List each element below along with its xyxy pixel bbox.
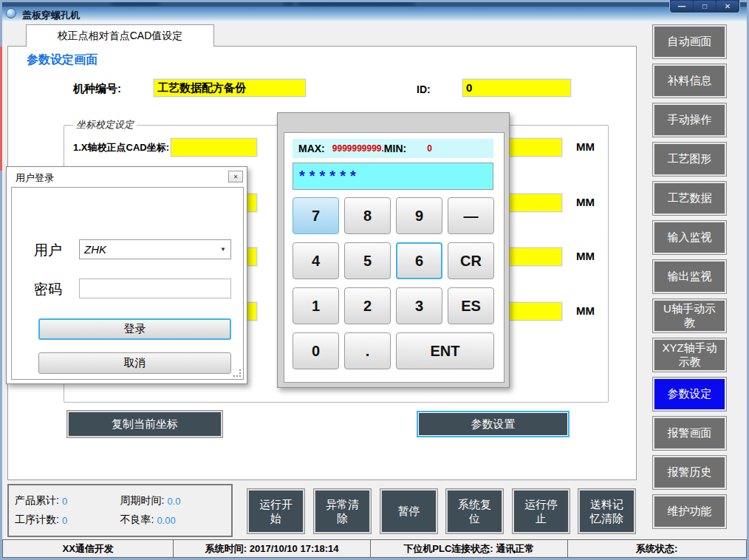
status-system-time: 系统时间: 2017/10/10 17:18:14	[174, 540, 371, 557]
status-plc-link: 下位机PLC连接状态: 通讯正常	[371, 540, 568, 557]
id-label: ID:	[417, 83, 431, 95]
stat-cycle-time: 周期时间: 0.0	[120, 494, 226, 508]
production-stats-panel: 产品累计: 0 周期时间: 0.0 工序计数: 0 不良率: 0.00	[7, 484, 233, 537]
param-set-button[interactable]: 参数设置	[417, 411, 570, 437]
login-dialog: 用户登录 ✕ 用户 ZHK ▼ 密码 登录 取消	[6, 166, 247, 384]
app-icon	[6, 8, 16, 18]
chevron-down-icon[interactable]: ▼	[220, 246, 226, 253]
password-field[interactable]	[79, 279, 231, 298]
key-2[interactable]: 2	[344, 287, 391, 324]
feed-memory-clear-button[interactable]: 送料记忆清除	[578, 489, 635, 533]
sidebar-item-maintenance[interactable]: 维护功能	[653, 495, 726, 528]
run-stop-button[interactable]: 运行停止	[513, 489, 570, 533]
user-combobox-value: ZHK	[84, 243, 106, 256]
sidebar-item-manual-op[interactable]: 手动操作	[653, 103, 726, 137]
user-label: 用户	[34, 241, 62, 260]
close-button[interactable]: ✕	[716, 1, 739, 12]
key-4[interactable]: 4	[293, 242, 339, 279]
page-title: 参数设定画面	[27, 52, 98, 68]
keypad-panel: MAX: 9999999999. MIN: 0 ****** 7 8 9 — 4…	[284, 132, 505, 383]
clear-error-button[interactable]: 异常清除	[314, 489, 371, 533]
unit-label: MM	[576, 196, 595, 208]
max-label: MAX:	[298, 143, 325, 154]
key-3[interactable]: 3	[396, 287, 442, 324]
sidebar-item-xyz-axis-teach[interactable]: XYZ轴手动示教	[653, 338, 726, 372]
key-9[interactable]: 9	[396, 197, 442, 234]
sidebar-item-output-monitor[interactable]: 输出监视	[653, 260, 726, 293]
x-axis-cad-label: 1.X轴校正点CAD坐标:	[73, 141, 169, 154]
sidebar-item-param-setting[interactable]: 参数设定	[653, 378, 726, 411]
keypad-grid: 7 8 9 — 4 5 6 CR 1 2 3 ES 0 . ENT	[293, 197, 494, 369]
password-label: 密码	[34, 280, 62, 299]
app-window: 盖板穿螺孔机 — □ ✕ 校正点相对首点CAD值设定 参数设定画面 机种编号: …	[0, 0, 749, 560]
key-cr[interactable]: CR	[448, 242, 494, 279]
key-6[interactable]: 6	[396, 242, 442, 279]
status-system-state: 系统状态:	[568, 540, 746, 557]
key-minus[interactable]: —	[448, 197, 494, 234]
copy-current-coords-button[interactable]: 复制当前坐标	[67, 411, 222, 437]
blur-segment	[283, 1, 293, 6]
key-dot[interactable]: .	[344, 332, 391, 369]
run-start-button[interactable]: 运行开始	[247, 489, 304, 533]
unit-label: MM	[576, 304, 595, 317]
login-button[interactable]: 登录	[38, 318, 231, 340]
key-0[interactable]: 0	[293, 332, 339, 369]
key-1[interactable]: 1	[293, 287, 339, 324]
keypad-display[interactable]: ******	[293, 163, 493, 190]
max-value: 9999999999.	[332, 143, 384, 154]
limits-bar: MAX: 9999999999. MIN: 0	[293, 139, 493, 158]
title-bar: 盖板穿螺孔机	[0, 7, 749, 22]
id-field[interactable]: 0	[462, 79, 571, 97]
sidebar-item-process-data[interactable]: 工艺数据	[653, 182, 726, 215]
unit-label: MM	[576, 140, 595, 153]
sidebar-item-process-graph[interactable]: 工艺图形	[653, 143, 726, 176]
window-title: 盖板穿螺孔机	[22, 9, 80, 22]
sidebar-item-refill-info[interactable]: 补料信息	[653, 64, 726, 98]
dialog-close-icon[interactable]: ✕	[228, 171, 243, 182]
login-dialog-body: 用户 ZHK ▼ 密码 登录 取消	[11, 187, 244, 380]
login-dialog-title: 用户登录	[16, 171, 54, 185]
sidebar-item-auto-screen[interactable]: 自动画面	[653, 25, 726, 58]
machine-no-label: 机种编号:	[73, 82, 121, 96]
stat-defect-rate: 不良率: 0.00	[120, 513, 226, 527]
sidebar-item-alarm-screen[interactable]: 报警画面	[653, 417, 726, 450]
user-combobox[interactable]: ZHK ▼	[79, 239, 231, 259]
pause-button[interactable]: 暂停	[380, 489, 437, 533]
window-controls: — □ ✕	[669, 0, 740, 13]
resize-grip[interactable]	[233, 369, 241, 377]
status-bar: XX通信开发 系统时间: 2017/10/10 17:18:14 下位机PLC连…	[2, 539, 747, 558]
key-5[interactable]: 5	[344, 242, 391, 279]
sidebar-item-u-axis-teach[interactable]: U轴手动示教	[653, 299, 726, 332]
stat-product-total: 产品累计: 0	[15, 494, 120, 508]
key-es[interactable]: ES	[448, 287, 494, 324]
numeric-keypad-dialog: MAX: 9999999999. MIN: 0 ****** 7 8 9 — 4…	[277, 112, 510, 388]
min-label: MIN:	[384, 143, 406, 154]
stat-process-count: 工序计数: 0	[15, 513, 120, 527]
minimize-button[interactable]: —	[671, 1, 693, 12]
blur-segment	[111, 1, 160, 6]
blur-segment	[298, 1, 414, 6]
maximize-button[interactable]: □	[694, 1, 716, 12]
key-ent[interactable]: ENT	[396, 332, 494, 369]
key-8[interactable]: 8	[344, 197, 391, 234]
unit-label: MM	[576, 250, 595, 262]
machine-no-field[interactable]: 工艺数据配方备份	[154, 79, 306, 97]
taskbar-blur-strip	[0, 0, 749, 7]
system-reset-button[interactable]: 系统复位	[446, 489, 503, 533]
status-vendor: XX通信开发	[3, 540, 174, 557]
x-axis-cad-field[interactable]	[171, 138, 257, 157]
sidebar-item-input-monitor[interactable]: 输入监视	[653, 221, 726, 254]
tab-cad-value-setting[interactable]: 校正点相对首点CAD值设定	[26, 24, 214, 47]
sidebar-item-alarm-history[interactable]: 报警历史	[653, 456, 726, 489]
min-value: 0	[427, 143, 432, 154]
red-line-artifact	[0, 47, 2, 171]
cancel-button[interactable]: 取消	[38, 352, 231, 374]
groupbox-legend: 坐标校定设定	[73, 118, 137, 132]
key-7[interactable]: 7	[293, 197, 339, 234]
